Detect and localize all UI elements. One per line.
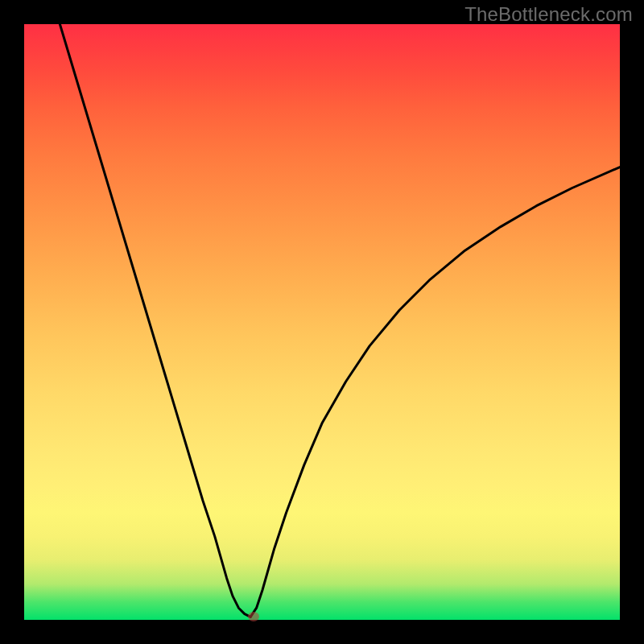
curve-path-right [250,167,620,617]
watermark-text: TheBottleneck.com [464,3,633,26]
plot-area [24,24,620,620]
bottleneck-marker [248,612,259,621]
chart-frame: TheBottleneck.com [0,0,644,644]
curve-svg [24,24,620,620]
curve-path-left [60,24,250,617]
